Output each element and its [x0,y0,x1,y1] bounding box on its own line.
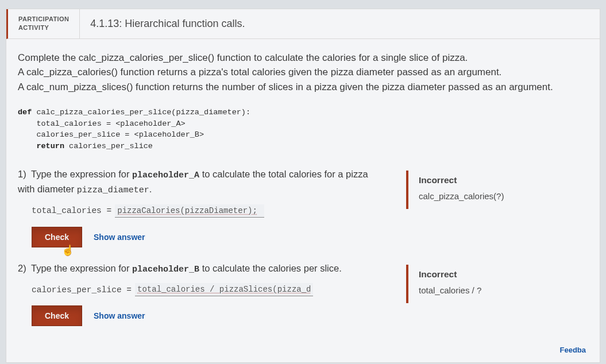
activity-body: Complete the calc_pizza_calories_per_sli… [6,39,600,362]
q2-button-row: Check Show answer [32,305,385,326]
q2-answer-line: calories_per_slice = [32,283,385,296]
question-2: 2) Type the expression for placeholder_B… [18,261,385,327]
q1-answer-line: total_calories = [32,204,385,218]
q1-feedback-title: Incorrect [419,175,557,185]
q2-pre: Type the expression for [31,263,132,273]
code-kw-return: return [18,142,64,150]
activity-type-line1: PARTICIPATION [18,15,69,24]
check-button[interactable]: Check [32,227,82,247]
question-1-text: 1) Type the expression for placeholder_A… [18,167,385,198]
q1-feedback: Incorrect calc_pizza_calories(?) [406,171,567,209]
question-2-num: 2) [18,263,26,273]
activity-title: 4.1.13: Hierarchical function calls. [80,9,255,38]
code-block: def calc_pizza_calories_per_slice(pizza_… [18,107,588,152]
feedback-link[interactable]: Feedba [18,340,588,357]
q1-pre: Type the expression for [31,169,132,179]
code-l4: calories_per_slice [64,142,153,150]
activity-type-label: PARTICIPATION ACTIVITY [8,9,80,38]
q1-feedback-text: calc_pizza_calories(?) [419,191,557,201]
code-l1: calc_pizza_calories_per_slice(pizza_diam… [32,108,250,117]
code-kw-def: def [18,108,32,117]
code-l2: total_calories = <placeholder_A> [18,119,186,128]
q2-feedback: Incorrect total_calories / ? [406,265,567,303]
q1-button-row: Check Show answer ☝ [32,227,385,247]
code-l3: calories_per_slice = <placeholder_B> [18,130,204,139]
q1-var: pizza_diameter [77,185,149,195]
q2-lhs: calories_per_slice = [32,285,132,295]
show-answer-link[interactable]: Show answer [94,233,145,242]
question-1-num: 1) [18,169,26,179]
q2-feedback-text: total_calories / ? [419,285,557,295]
question-2-text: 2) Type the expression for placeholder_B… [18,261,385,277]
activity-type-line2: ACTIVITY [18,24,69,32]
q1-answer-input[interactable] [115,204,264,218]
q2-placeholder: placeholder_B [132,265,199,274]
q2-feedback-title: Incorrect [419,269,557,280]
q1-lhs: total_calories = [32,206,111,215]
q1-placeholder: placeholder_A [132,171,199,180]
q1-post: . [149,184,152,194]
question-1: 1) Type the expression for placeholder_A… [18,167,385,247]
check-button[interactable]: Check [32,305,82,326]
q2-answer-input[interactable] [135,283,313,296]
activity-header: PARTICIPATION ACTIVITY 4.1.13: Hierarchi… [6,9,600,39]
show-answer-link[interactable]: Show answer [94,311,145,320]
activity-description: Complete the calc_pizza_calories_per_sli… [18,51,588,95]
q2-mid: to calculate the calories per slice. [199,263,342,273]
question-2-row: 2) Type the expression for placeholder_B… [18,261,588,327]
question-1-row: 1) Type the expression for placeholder_A… [18,167,588,247]
activity-card: PARTICIPATION ACTIVITY 4.1.13: Hierarchi… [6,9,600,363]
